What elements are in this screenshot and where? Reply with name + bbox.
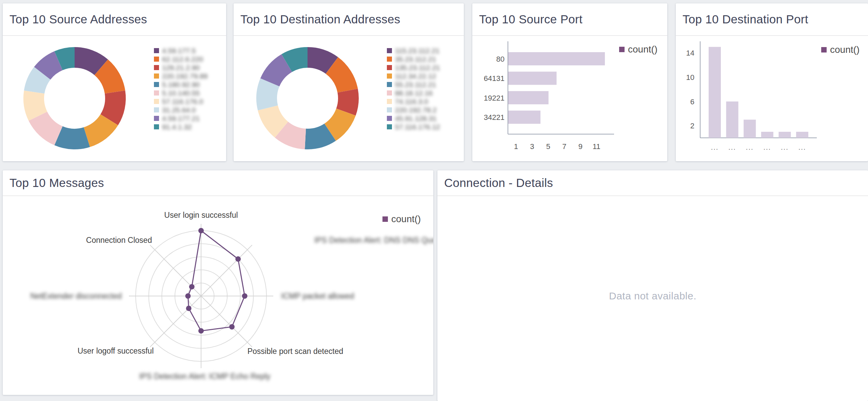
radar-point[interactable]: [198, 328, 204, 334]
panel-body: 261014.................. count(): [676, 36, 868, 161]
dashboard-page: { "page": { "background": "#eceef1" }, "…: [0, 0, 868, 401]
legend-item[interactable]: 57.116.176.12: [387, 123, 440, 131]
panel-title-destination-addresses: Top 10 Destination Addresses: [234, 3, 464, 36]
legend-item[interactable]: 129.21.2.90: [154, 63, 208, 72]
empty-state-message: Data not available.: [437, 290, 868, 302]
bar[interactable]: [508, 72, 557, 85]
legend-swatch: [154, 48, 159, 53]
legend-item[interactable]: 45.91.128.31: [387, 114, 440, 123]
bar[interactable]: [761, 132, 773, 138]
messages-legend[interactable]: count(): [382, 214, 421, 225]
panel-body: User login successfulIPS Detection Alert…: [3, 196, 433, 395]
legend-label: 31.25.64.0: [162, 106, 196, 113]
radar-axis-label: NetExtender disconnected: [30, 292, 122, 300]
legend-item[interactable]: 115.23.112.21: [387, 46, 440, 55]
source-addresses-legend: 4.59.177.562.112.6.220129.21.2.90220.192…: [154, 46, 208, 131]
destination-port-legend[interactable]: count(): [821, 44, 860, 55]
axis-tick-label: 1: [514, 142, 518, 151]
legend-swatch: [387, 107, 392, 112]
legend-item[interactable]: 62.112.6.220: [154, 55, 208, 63]
radar-point[interactable]: [189, 284, 195, 290]
legend-item[interactable]: 91.4.1.32: [154, 123, 208, 131]
legend-item[interactable]: 74.116.3.0: [387, 97, 440, 106]
category-label-truncated: ...: [798, 144, 806, 151]
axis-tick-label: 11: [593, 142, 600, 151]
legend-label: 57.116.176.0: [162, 98, 203, 105]
category-label-truncated: ...: [746, 144, 754, 151]
bar[interactable]: [508, 52, 605, 65]
legend-item[interactable]: 5.10.140.55: [154, 89, 208, 97]
bar[interactable]: [508, 91, 549, 104]
legend-swatch: [154, 90, 159, 96]
category-label: 34221: [484, 113, 505, 122]
panel-top10-messages: Top 10 Messages User login successfulIPS…: [3, 170, 433, 395]
radar-point[interactable]: [186, 305, 192, 311]
legend-swatch: [387, 73, 392, 79]
legend-item[interactable]: 4.59.177.5: [154, 46, 208, 55]
category-label-truncated: ...: [728, 144, 736, 151]
radar-axis-label: ICMP packet allowed: [281, 292, 354, 300]
legend-item[interactable]: 55.23.112.21: [387, 80, 440, 89]
category-label: 80: [496, 55, 505, 63]
panel-title-messages: Top 10 Messages: [3, 170, 433, 196]
radar-point[interactable]: [198, 228, 204, 233]
legend-label: 5.10.140.55: [162, 89, 200, 97]
legend-label: 112.34.22.12: [395, 72, 436, 80]
category-label-truncated: ...: [763, 144, 771, 151]
radar-axis-label: Possible port scan detected: [248, 347, 343, 356]
legend-swatch: [154, 116, 159, 121]
radar-axis-label: Connection Closed: [86, 236, 152, 245]
destination-addresses-legend: 115.23.112.2135.23.112.21135.23.112.2111…: [387, 46, 440, 131]
legend-item[interactable]: 88.18.12.16: [387, 89, 440, 97]
radar-point[interactable]: [235, 256, 241, 262]
category-label-truncated: ...: [781, 144, 789, 151]
bar[interactable]: [508, 111, 540, 124]
legend-item[interactable]: 4.59.177.21: [154, 114, 208, 123]
panel-top10-destination-port: Top 10 Destination Port 261014..........…: [676, 3, 868, 161]
source-port-legend[interactable]: count(): [619, 44, 657, 55]
legend-item[interactable]: 57.116.176.0: [154, 97, 208, 106]
panel-title-source-port: Top 10 Source Port: [472, 3, 667, 36]
bar[interactable]: [796, 132, 808, 138]
legend-item[interactable]: 31.25.64.0: [154, 106, 208, 114]
radar-axis-label: User logoff successful: [78, 346, 154, 355]
legend-item[interactable]: 35.23.112.21: [387, 55, 440, 63]
legend-item[interactable]: 112.34.22.12: [387, 72, 440, 80]
legend-label: 129.21.2.90: [162, 64, 200, 71]
legend-swatch: [821, 47, 827, 52]
legend-swatch: [387, 48, 392, 53]
legend-swatch: [154, 73, 159, 79]
legend-swatch: [387, 116, 392, 121]
radar-axis-label: User login successful: [164, 211, 238, 219]
legend-swatch: [154, 124, 159, 129]
bar[interactable]: [709, 47, 721, 138]
axis-tick-label: 3: [530, 142, 534, 151]
legend-label: 74.116.3.0: [395, 98, 428, 105]
radar-point[interactable]: [185, 293, 191, 299]
axis-tick-label: 2: [690, 122, 694, 130]
legend-swatch: [619, 47, 625, 52]
axis-tick-label: 6: [690, 98, 694, 106]
radar-point[interactable]: [229, 324, 235, 330]
panel-top10-source-port: Top 10 Source Port 806413119221342211357…: [472, 3, 667, 161]
legend-swatch: [387, 57, 392, 62]
category-label-truncated: ...: [711, 144, 719, 151]
bar[interactable]: [726, 102, 738, 138]
legend-item[interactable]: 135.23.112.21: [387, 63, 440, 72]
bar[interactable]: [778, 132, 791, 138]
axis-tick-label: 9: [578, 142, 583, 151]
legend-label: count(): [628, 44, 657, 55]
axis-tick-label: 14: [686, 49, 694, 57]
axis-tick-label: 10: [686, 73, 694, 82]
legend-swatch: [387, 82, 392, 87]
panel-title-connection-details: Connection - Details: [437, 170, 868, 196]
bar[interactable]: [744, 120, 756, 138]
legend-item[interactable]: 5.180.92.90: [154, 80, 208, 89]
legend-swatch: [154, 65, 159, 70]
legend-item[interactable]: 220.192.79.89: [154, 72, 208, 80]
radar-point[interactable]: [242, 293, 248, 299]
legend-label: 45.91.128.31: [395, 115, 437, 122]
category-label: 19221: [484, 94, 505, 102]
legend-item[interactable]: 220.192.78.2: [387, 106, 440, 114]
legend-label: 88.18.12.16: [395, 89, 433, 97]
